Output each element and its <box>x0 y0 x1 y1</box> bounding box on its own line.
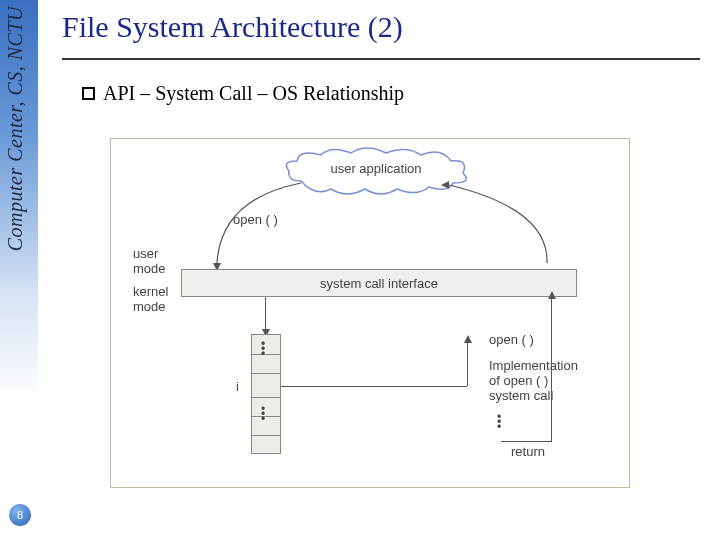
dots-lower: ••• <box>261 407 265 422</box>
sidebar-gradient: Computer Center, CS, NCTU 8 <box>0 0 38 540</box>
dots-upper: ••• <box>261 342 265 357</box>
page-number-badge: 8 <box>9 504 31 526</box>
arrowhead-return <box>548 291 556 299</box>
diagram-figure: user application open ( ) user mode kern… <box>110 138 630 488</box>
slide-title: File System Architecture (2) <box>62 10 700 50</box>
sidebar-org-label: Computer Center, CS, NCTU <box>4 6 27 251</box>
system-call-interface-box: system call interface <box>181 269 577 297</box>
page-number: 8 <box>17 509 23 521</box>
content-area: File System Architecture (2) API – Syste… <box>62 10 700 117</box>
label-user-mode: user mode <box>133 247 166 277</box>
connector-return-horizontal <box>501 441 551 442</box>
title-divider <box>62 58 700 60</box>
square-bullet-icon <box>82 87 95 100</box>
label-return: return <box>511 445 545 460</box>
dots-return: ••• <box>497 415 501 430</box>
bullet-item: API – System Call – OS Relationship <box>82 82 700 105</box>
slide: Computer Center, CS, NCTU 8 File System … <box>0 0 720 540</box>
label-implementation: Implementation of open ( ) system call <box>489 359 578 404</box>
connector-return-vertical <box>551 297 552 442</box>
arrowhead-open-call <box>464 335 472 343</box>
connector-i-horizontal <box>281 386 467 387</box>
label-open-left: open ( ) <box>233 213 278 228</box>
label-kernel-mode: kernel mode <box>133 285 168 315</box>
svg-marker-1 <box>441 181 449 189</box>
bullet-text: API – System Call – OS Relationship <box>103 82 404 105</box>
arrow-sci-to-cloud <box>431 169 581 271</box>
connector-i-vertical-up <box>467 340 468 386</box>
syscall-table <box>251 334 281 454</box>
label-open-right: open ( ) <box>489 333 534 348</box>
sci-label: system call interface <box>320 276 438 291</box>
label-i: i <box>236 380 239 395</box>
